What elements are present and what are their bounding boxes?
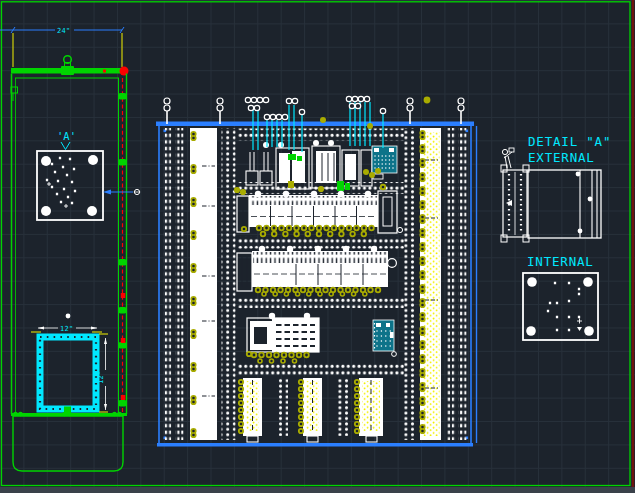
- din-rail-left-1: [163, 128, 171, 440]
- wire-duct-dotted-left: [222, 128, 236, 440]
- panel-drawing: 24" 'A': [0, 0, 635, 493]
- wire-duct-dotted-right: [404, 128, 417, 440]
- din-rail-left-2: [176, 128, 184, 440]
- bottom-sill: [11, 407, 127, 417]
- panel-bottom-rail: [157, 443, 473, 447]
- mounting-plate-internal: [523, 273, 598, 340]
- detail-subtitle: EXTERNAL: [528, 150, 595, 165]
- enclosure-external-view: [528, 170, 601, 238]
- wire-duct-left: [190, 128, 217, 440]
- top-width-text: 24": [57, 27, 71, 35]
- din-rail-right-2: [459, 128, 467, 440]
- panel-layout-view: [156, 96, 477, 446]
- cad-canvas[interactable]: 24" 'A': [0, 0, 635, 493]
- wire-number-tags-row1: [241, 226, 378, 234]
- component-row-3: [246, 313, 319, 361]
- top-width-dimension: 24": [0, 27, 124, 67]
- door-opening-frame: [40, 337, 96, 409]
- detail-a-marker: 'A': [57, 130, 76, 142]
- din-rail-right-1: [447, 128, 455, 440]
- bolt-dot: [66, 314, 71, 319]
- opening-height-text: 12": [97, 370, 105, 384]
- pcb-module-2: [373, 320, 396, 356]
- wire-number-tags-row2: [258, 290, 380, 294]
- internal-title: INTERNAL: [527, 254, 594, 269]
- opening-width-dimension: 12": [31, 325, 102, 333]
- base-plinth: [13, 416, 123, 471]
- mounting-plate-a: [37, 151, 103, 220]
- terminal-strip-right: [420, 128, 441, 440]
- terminal-strip-side-view: [501, 148, 529, 242]
- detail-a-arrow: [61, 142, 70, 150]
- enclosure-side-view: 24" 'A': [0, 27, 140, 471]
- pcb-module-1: [363, 146, 397, 179]
- internal-view: INTERNAL: [523, 254, 598, 340]
- bottom-terminal-strips: [241, 378, 383, 442]
- indicator-green-1: [288, 154, 296, 160]
- bottom-bar: [0, 487, 635, 493]
- detail-a-view: DETAIL "A" EXTERNAL: [501, 134, 611, 242]
- plate-leader-dimension: [103, 189, 140, 194]
- indicator-green-2: [337, 181, 344, 191]
- detail-title: DETAIL "A": [528, 134, 611, 149]
- mounting-bolts-top: [164, 98, 464, 124]
- panel-top-rail: [156, 122, 474, 127]
- terminal-row-2: [237, 246, 396, 294]
- opening-width-text: 12": [60, 325, 74, 333]
